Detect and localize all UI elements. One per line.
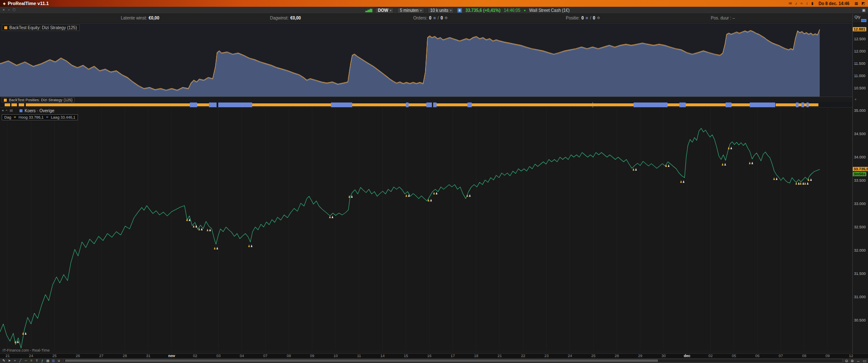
strategy-color-icon: [4, 99, 7, 102]
date-axis-label: 28: [122, 354, 127, 358]
trade-marker-icon: [436, 192, 437, 194]
workspace-icon[interactable]: ◩: [861, 0, 865, 7]
chart-settings-icon[interactable]: ▣: [862, 8, 865, 12]
mail-icon[interactable]: ✉: [789, 0, 792, 7]
minimize-window-icon[interactable]: −: [8, 8, 10, 12]
date-axis-label: 26: [76, 354, 80, 358]
trade-marker-icon: [773, 177, 775, 180]
zone-tool-icon[interactable]: ▥: [51, 358, 56, 363]
zoom-out-icon[interactable]: ⊖: [845, 359, 848, 363]
trade-marker-icon: [331, 216, 333, 218]
trade-marker-icon: [217, 247, 218, 249]
equity-chart-svg[interactable]: [0, 23, 852, 97]
units-dropdown[interactable]: 10 k units ▾: [428, 8, 454, 14]
notifications-icon[interactable]: ▦: [854, 0, 858, 7]
orders-list-icon[interactable]: ≣: [433, 16, 436, 20]
equity-panel-legend[interactable]: BackTest Equity: Dizi Strategy (125): [2, 25, 80, 31]
qty-selected-cell[interactable]: [861, 19, 866, 22]
panel-prev-icon[interactable]: ◂: [2, 108, 3, 112]
app-icon: ◆: [3, 2, 6, 6]
positions-panel-legend[interactable]: BackTest Posities: Dizi Strategy (125): [2, 97, 75, 103]
price-chart-svg[interactable]: [0, 108, 852, 351]
account-stats-row: Latente winst: €0,00 Dagwinst: €0,00 Ord…: [0, 14, 852, 23]
short-position-segment: [426, 103, 432, 107]
trade-marker-icon: [25, 332, 26, 335]
panel-grid-icon[interactable]: ▤: [10, 108, 13, 112]
main-toolbar: ×−□ ▃▅▇ DOW ▾ 5 minuten ▾ 10 k units ▾ E…: [0, 7, 868, 14]
positions-strip[interactable]: [0, 102, 852, 108]
long-position-segment: [732, 103, 750, 106]
day-profit-group: Dagwinst: €0,00: [270, 16, 301, 20]
price-axis-label: 35.000: [854, 108, 866, 113]
updates-icon[interactable]: ↕: [806, 0, 808, 7]
date-axis-label: 12: [849, 354, 853, 358]
date-axis-label: 08: [287, 354, 291, 358]
position-duration-label: Pos. duur : –: [711, 16, 735, 20]
crosshair-tool-icon[interactable]: +: [12, 358, 17, 363]
quote-board-icon[interactable]: ▃▅▇: [365, 8, 372, 12]
fibonacci-tool-icon[interactable]: ≡: [29, 358, 34, 363]
close-window-icon[interactable]: ×: [3, 8, 5, 12]
trade-marker-icon: [804, 182, 806, 185]
magnet-tool-icon[interactable]: ∪: [56, 358, 61, 363]
timeframe-dropdown[interactable]: 5 minuten ▾: [397, 8, 424, 14]
date-axis-label: 31: [146, 354, 150, 358]
price-legend[interactable]: Koers · Overige: [19, 108, 54, 113]
trade-marker-icon: [348, 195, 350, 198]
long-position-segment: [19, 103, 24, 106]
long-position-segment: [472, 103, 634, 106]
trendline-tool-icon[interactable]: ╱: [18, 358, 23, 363]
position-settings-icon[interactable]: ⚙: [597, 16, 600, 20]
date-axis-label: 21: [498, 354, 502, 358]
instrument-toolbar: ▃▅▇ DOW ▾ 5 minuten ▾ 10 k units ▾ E 33.…: [365, 7, 570, 14]
zoom-in-icon[interactable]: ⊕: [851, 359, 854, 363]
backtest-positions-labelrow: BackTest Posities: Dizi Strategy (125): [0, 97, 852, 102]
window-title: ProRealTime v11.1: [8, 1, 49, 6]
long-position-segment: [686, 103, 726, 106]
date-axis[interactable]: 21242526272831nov02030407080910111415161…: [0, 353, 868, 358]
trade-marker-icon: [430, 199, 432, 201]
volume-icon[interactable]: ♪: [795, 0, 797, 7]
trade-marker-icon: [329, 216, 331, 218]
strategy-color-icon: [4, 26, 7, 29]
trade-marker-icon: [807, 182, 809, 185]
restore-window-icon[interactable]: □: [13, 8, 15, 12]
price-chart-panel[interactable]: ◂+▤ Koers · Overige Dag = Hoog 33.786,1 …: [0, 108, 852, 351]
indicator-tool-icon[interactable]: ƒ: [40, 358, 45, 363]
units-label: 10 k units: [430, 8, 448, 13]
equity-current-badge: 12.881: [853, 27, 866, 31]
horizontal-line-tool-icon[interactable]: ─: [23, 358, 28, 363]
battery-icon[interactable]: ▮: [811, 0, 813, 7]
panel-add-icon[interactable]: +: [6, 108, 8, 112]
trade-marker-icon: [635, 168, 637, 171]
day-low-value: Laag 33.446,1: [51, 115, 75, 119]
instrument-label: DOW: [378, 8, 388, 13]
date-axis-label: 16: [427, 354, 431, 358]
select-tool-icon[interactable]: ➤: [7, 358, 12, 363]
network-icon[interactable]: ≈: [801, 0, 803, 7]
instrument-dropdown[interactable]: DOW ▾: [375, 8, 394, 14]
trade-marker-icon: [201, 228, 203, 230]
pencil-tool-icon[interactable]: ✎: [1, 358, 6, 363]
text-tool-icon[interactable]: T: [34, 358, 39, 363]
pattern-tool-icon[interactable]: ▦: [45, 358, 50, 363]
backtest-equity-panel[interactable]: BackTest Equity: Dizi Strategy (125): [0, 23, 852, 97]
chart-scrollbar-thumb[interactable]: [65, 360, 658, 362]
orders-separator: /: [438, 16, 439, 20]
long-position-segment: [437, 103, 467, 106]
position-list-icon[interactable]: ≣: [585, 16, 588, 20]
date-axis-label: 02: [708, 354, 712, 358]
zoom-fit-icon[interactable]: ↔: [856, 359, 860, 363]
orders-count-b: 0: [440, 16, 443, 20]
price-axis-label: 32.500: [854, 225, 866, 229]
price-axis-column[interactable]: + 12.88112.50012.00011.50011.00010.50035…: [852, 23, 868, 353]
equity-axis-label: 11.500: [854, 61, 865, 66]
screenshot-icon[interactable]: ▭: [862, 359, 866, 363]
panel-link-icon[interactable]: +: [854, 97, 857, 102]
chart-scrollbar-track[interactable]: [64, 359, 843, 363]
orders-group: Orders: 0 ≣ / 0 ⚙: [413, 16, 448, 20]
date-axis-label: 05: [732, 354, 736, 358]
date-axis-label: 23: [544, 354, 548, 358]
date-axis-label: 25: [53, 354, 57, 358]
orders-settings-icon[interactable]: ⚙: [445, 16, 448, 20]
